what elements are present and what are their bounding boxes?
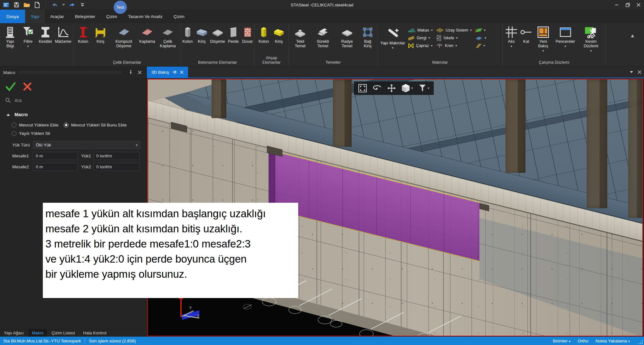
surekli-temel-button[interactable]: Sürekli Temel [311, 25, 335, 49]
makro-green-stairs-dropdown[interactable]: ▾ [475, 28, 486, 33]
tab-cizim[interactable]: Çizim [168, 10, 190, 23]
yuk-turu-select[interactable]: Ölü Yük ▾ [33, 141, 140, 149]
close-button[interactable] [633, 0, 644, 10]
pin-icon[interactable] [172, 70, 177, 74]
bag-kiris-button[interactable]: Bağ Kiriş [359, 25, 376, 49]
cancel-x-button[interactable] [22, 81, 33, 92]
ribbon-collapse-button[interactable]: ▲ [630, 33, 635, 39]
celik-kiris-button[interactable]: Kiriş [92, 25, 109, 45]
tab-3d-bakis[interactable]: 3D Bakış [147, 67, 188, 78]
apply-check-button[interactable] [5, 81, 16, 92]
yapi-makrolar-button[interactable]: Yapı Makrolar ▾ [379, 25, 406, 51]
kompozit-doseme-button[interactable]: Kompozit Döşeme [109, 25, 138, 49]
tab-araclar[interactable]: Araçlar [45, 10, 70, 23]
mesafe1-input[interactable] [33, 152, 78, 160]
undo-icon[interactable] [51, 1, 58, 8]
undo-caret-icon[interactable] [62, 1, 65, 8]
tab-tasarim-ve-analiz[interactable]: Tasarım Ve Analiz [123, 10, 168, 23]
kesim-duzlemi-button[interactable]: Kesim Düzlemi ▾ [578, 25, 604, 53]
perde-button[interactable]: Perde [227, 25, 240, 45]
customize-toolbar-icon[interactable] [79, 1, 86, 8]
kesitler-button[interactable]: Kesitler [37, 25, 54, 45]
wall-seam [607, 233, 607, 336]
open-folder-icon[interactable] [23, 1, 30, 8]
chevron-down-icon: ▾ [564, 45, 566, 48]
pin-icon[interactable] [127, 69, 134, 76]
close-icon[interactable] [638, 70, 641, 74]
ladder-icon [475, 43, 481, 48]
capraz-dropdown[interactable]: Çapraz▾ [408, 43, 433, 48]
zoom-extents-icon[interactable] [358, 84, 367, 92]
view-cube-icon[interactable]: ▾ [402, 84, 413, 93]
duvar-button[interactable]: Duvar [241, 25, 254, 45]
makro-ladder-dropdown[interactable]: ▾ [475, 43, 486, 48]
tab-cizim-listesi[interactable]: Çizim Listesi [48, 329, 79, 337]
display-filter-icon[interactable]: ▾ [419, 84, 429, 92]
panel-drag-texture[interactable] [19, 71, 122, 74]
tab-list-caret-icon[interactable] [630, 71, 633, 73]
tab-makro[interactable]: Makro [28, 329, 48, 337]
kat-button[interactable]: Kat [519, 25, 533, 45]
tab-hata-kontrol[interactable]: Hata Kontrol [79, 329, 110, 337]
chevron-down-icon: ▾ [27, 45, 29, 48]
redo-icon[interactable] [69, 1, 76, 8]
nokta-yakalama-dropdown[interactable]: Nokta Yakalama ▾ [595, 339, 630, 343]
new-file-icon[interactable] [33, 1, 41, 8]
group-label-temeller: Temeller [290, 59, 376, 66]
minimize-button[interactable] [611, 0, 622, 10]
resize-grip[interactable] [638, 340, 643, 344]
radio-mevcut-yuklere-ekle[interactable] [12, 123, 16, 127]
save-icon[interactable] [13, 1, 20, 8]
note-line: mesafe 2 yükün alt kısımdan bitiş uzaklı… [45, 221, 296, 236]
tab-birlesimler[interactable]: Birleşimler [70, 10, 101, 23]
yuk1-input[interactable] [93, 152, 140, 160]
mesafe2-input[interactable] [33, 163, 78, 171]
tab-dosya[interactable]: Dosya [0, 10, 25, 23]
tab-yapi[interactable]: Yapı [25, 10, 45, 23]
doseme-button[interactable]: Döşeme [209, 25, 226, 45]
search-input[interactable] [14, 98, 121, 103]
concrete-column-icon [184, 26, 192, 38]
shear-wall-icon [229, 26, 238, 38]
filtre-button[interactable]: Filtre ▾ [20, 25, 36, 49]
radio-mevcut-yukleri-sil[interactable] [64, 123, 69, 127]
celik-kolon-button[interactable]: Kolon [75, 25, 91, 45]
test-badge: Test [114, 1, 127, 14]
app-icon[interactable] [3, 1, 10, 8]
betonarme-kolon-button[interactable]: Kolon [181, 25, 194, 45]
radio-label: Mevcut Yükleri Sil Bunu Ekle [71, 123, 127, 127]
aks-button[interactable]: Aks ▾ [504, 25, 519, 49]
makas-dropdown[interactable]: Makas▾ [408, 28, 433, 33]
pan-icon[interactable] [387, 84, 396, 92]
yuk2-input[interactable] [93, 163, 140, 171]
chevron-down-icon: ▾ [431, 44, 432, 47]
truss-icon [408, 28, 415, 33]
betonarme-kiris-button[interactable]: Kiriş [195, 25, 209, 45]
pencereler-button[interactable]: Pencereler ▾ [554, 25, 577, 49]
radye-temel-button[interactable]: Radye Temel [336, 25, 359, 49]
iskele-dropdown[interactable]: İskele▾ [436, 35, 472, 41]
close-icon[interactable] [180, 70, 184, 74]
ahsap-kolon-button[interactable]: Kolon [257, 25, 271, 45]
yapi-bilgi-button[interactable]: Yapı Bilgi [1, 25, 19, 49]
birimler-dropdown[interactable]: Birimler ▾ [553, 339, 571, 343]
tab-yapi-agaci[interactable]: Yapı Ağacı [0, 329, 28, 337]
makro-blue-deck-dropdown[interactable]: ▾ [475, 36, 486, 40]
uzay-sistem-dropdown[interactable]: Uzay Sistem▾ [436, 28, 472, 33]
close-icon[interactable] [136, 69, 143, 76]
celik-kaplama-button[interactable]: Çelik Kaplama [156, 25, 179, 49]
kren-dropdown[interactable]: Kren▾ [436, 43, 472, 48]
tekil-temel-button[interactable]: Tekil Temel [290, 25, 310, 49]
gergi-dropdown[interactable]: Gergi▾ [408, 36, 433, 40]
kaplama-button[interactable]: Kaplama [139, 25, 156, 45]
yeni-bakis-button[interactable]: Yeni Bakış ▾ [534, 25, 553, 53]
orbit-icon[interactable] [373, 85, 382, 91]
malzeme-button[interactable]: Malzeme [54, 25, 72, 45]
quick-access-toolbar [0, 1, 86, 8]
ahsap-kiris-button[interactable]: Kiriş [271, 25, 286, 45]
macro-section-header[interactable]: Macro [0, 105, 147, 119]
ortho-toggle[interactable]: Ortho [578, 339, 589, 343]
ribbon: Yapı Bilgi Filtre ▾ Kesitler Malzeme Kol… [0, 23, 644, 67]
radio-yayili-yukleri-sil[interactable] [12, 131, 16, 136]
restore-button[interactable] [622, 0, 633, 10]
